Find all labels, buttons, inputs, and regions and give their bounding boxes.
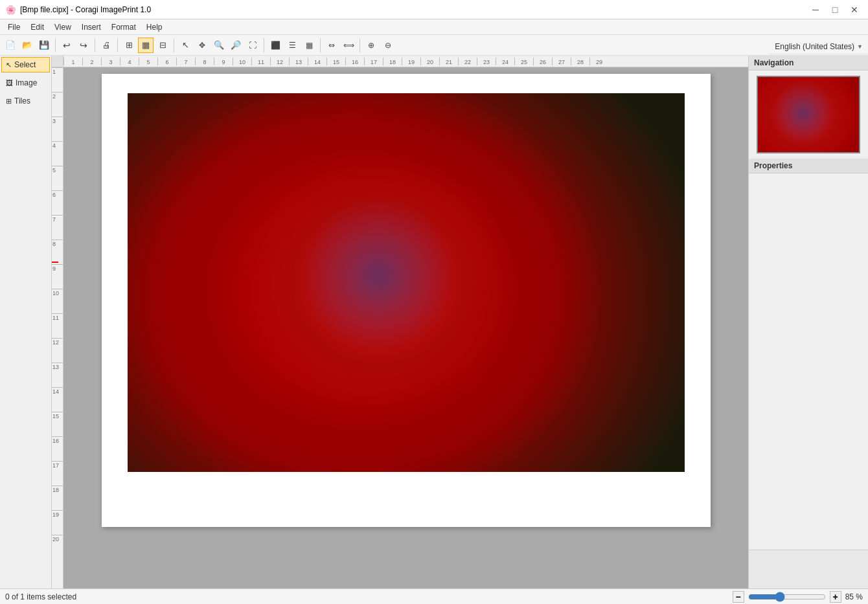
expand-h-icon: ⇔ [328, 41, 335, 50]
extra1-button[interactable]: ⊕ [363, 38, 379, 53]
move-button[interactable]: ✥ [194, 38, 210, 53]
canvas-page [102, 74, 711, 527]
language-bar: English (United States) [770, 39, 868, 54]
ruler-h-mark-3: 3 [101, 58, 120, 65]
fit-page-button[interactable]: ⛶ [245, 38, 260, 53]
zoom-out-icon: 🔎 [231, 40, 241, 50]
move-icon: ✥ [199, 41, 205, 50]
separator-6 [320, 38, 321, 52]
align-right-button[interactable]: ▦ [301, 38, 317, 53]
grid-button[interactable]: ⊞ [121, 38, 137, 53]
statusbar: 0 of 1 items selected − + 85 % [0, 588, 868, 604]
ruler-v-mark-19: 19 [52, 510, 63, 535]
separator-4 [174, 38, 174, 52]
distribute-icon: ⟺ [343, 41, 354, 50]
separator-1 [55, 38, 56, 52]
extra2-icon: ⊖ [385, 41, 391, 50]
open-button[interactable]: 📂 [19, 38, 35, 53]
canvas-scroll[interactable] [63, 67, 748, 588]
ruler-h-mark-2: 2 [82, 58, 101, 65]
menu-help[interactable]: Help [141, 19, 168, 34]
toolbar: 📄 📂 💾 ↩ ↪ 🖨 ⊞ ▦ ⊟ ↖ ✥ 🔍 🔎 ⛶ ⬛ ☰ ▦ ⇔ ⟺ ⊕ … [0, 35, 868, 56]
nav-thumb-image [758, 77, 859, 152]
ruler-v-mark-10: 10 [52, 289, 63, 313]
ruler-h-mark-13: 13 [289, 58, 308, 65]
ruler-h-mark-10: 10 [233, 58, 251, 65]
language-selector[interactable]: English (United States) [775, 42, 863, 51]
canvas-image[interactable] [128, 93, 685, 472]
ruler-h-mark-15: 15 [326, 58, 345, 65]
tool-image[interactable]: 🖼 Image [1, 75, 50, 91]
menu-view[interactable]: View [49, 19, 76, 34]
ruler-h-mark-18: 18 [383, 58, 402, 65]
align-center-button[interactable]: ☰ [284, 38, 300, 53]
select-mode-button[interactable]: ▦ [138, 38, 154, 53]
titlebar-title: [Bmp file.cipx] - Coragi ImagePrint 1.0 [20, 5, 151, 14]
new-button[interactable]: 📄 [3, 38, 18, 53]
save-icon: 💾 [39, 40, 49, 50]
ruler-v-mark-14: 14 [52, 387, 63, 412]
align-left-button[interactable]: ⬛ [268, 38, 283, 53]
ruler-h-mark-12: 12 [270, 58, 289, 65]
properties-header: Properties [749, 159, 868, 173]
ruler-v-mark-15: 15 [52, 412, 63, 436]
ruler-h-mark-27: 27 [552, 58, 571, 65]
titlebar-controls: ─ □ ✕ [807, 3, 863, 17]
close-button[interactable]: ✕ [846, 3, 863, 17]
ruler-h-mark-26: 26 [533, 58, 552, 65]
ruler-v-mark-20: 20 [52, 535, 63, 559]
ruler-h-marks: 1234567891011121314151617181920212223242… [63, 58, 748, 65]
menu-format[interactable]: Format [106, 19, 141, 34]
menu-edit[interactable]: Edit [25, 19, 49, 34]
ruler-h-mark-28: 28 [571, 58, 589, 65]
zoom-out-status-button[interactable]: − [733, 591, 744, 603]
ruler-v-mark-1: 1 [52, 67, 63, 92]
vertical-ruler: 1234567891011121314151617181920 [52, 67, 63, 588]
minimize-button[interactable]: ─ [807, 3, 824, 17]
select-tool-label: Select [14, 60, 36, 69]
language-label: English (United States) [775, 42, 854, 51]
expand-h-button[interactable]: ⇔ [324, 38, 339, 53]
open-icon: 📂 [22, 40, 32, 50]
menu-file[interactable]: File [3, 19, 25, 34]
ruler-v-mark-11: 11 [52, 313, 63, 338]
ruler-h-mark-16: 16 [345, 58, 364, 65]
tool-select[interactable]: ↖ Select [1, 57, 50, 73]
distribute-button[interactable]: ⟺ [341, 38, 356, 53]
redo-button[interactable]: ↪ [76, 38, 91, 53]
ruler-v-mark-4: 4 [52, 141, 63, 166]
zoom-out-button[interactable]: 🔎 [228, 38, 244, 53]
tool-tiles[interactable]: ⊞ Tiles [1, 93, 50, 109]
print-button[interactable]: 🖨 [98, 38, 114, 53]
properties-panel [749, 173, 868, 550]
align-left-icon: ⬛ [271, 41, 280, 50]
ruler-h-mark-22: 22 [458, 58, 477, 65]
ruler-v-mark-17: 17 [52, 461, 63, 486]
app-icon: 🌸 [5, 5, 16, 15]
maximize-button[interactable]: □ [827, 3, 843, 17]
menu-insert[interactable]: Insert [76, 19, 106, 34]
ruler-h-mark-7: 7 [176, 58, 195, 65]
ruler-h-mark-24: 24 [496, 58, 514, 65]
cursor-button[interactable]: ↖ [177, 38, 193, 53]
tile-mode-button[interactable]: ⊟ [155, 38, 170, 53]
extra2-button[interactable]: ⊖ [380, 38, 396, 53]
ruler-v-mark-9: 9 [52, 264, 63, 289]
undo-button[interactable]: ↩ [59, 38, 74, 53]
horizontal-ruler: 1234567891011121314151617181920212223242… [63, 56, 748, 67]
ruler-v-mark-12: 12 [52, 338, 63, 363]
ruler-v-mark-6: 6 [52, 190, 63, 215]
ruler-h-mark-14: 14 [308, 58, 326, 65]
ruler-h-mark-5: 5 [139, 58, 157, 65]
ruler-h-mark-23: 23 [477, 58, 496, 65]
bottom-section [749, 550, 868, 588]
zoom-level-label: 85 % [845, 592, 863, 601]
navigation-thumbnail[interactable] [757, 76, 860, 153]
zoom-in-status-button[interactable]: + [830, 591, 841, 603]
zoom-in-button[interactable]: 🔍 [211, 38, 227, 53]
ruler-v-mark-2: 2 [52, 92, 63, 117]
fit-page-icon: ⛶ [249, 41, 257, 50]
ruler-v-mark-5: 5 [52, 166, 63, 190]
save-button[interactable]: 💾 [36, 38, 52, 53]
zoom-slider[interactable] [748, 592, 826, 602]
